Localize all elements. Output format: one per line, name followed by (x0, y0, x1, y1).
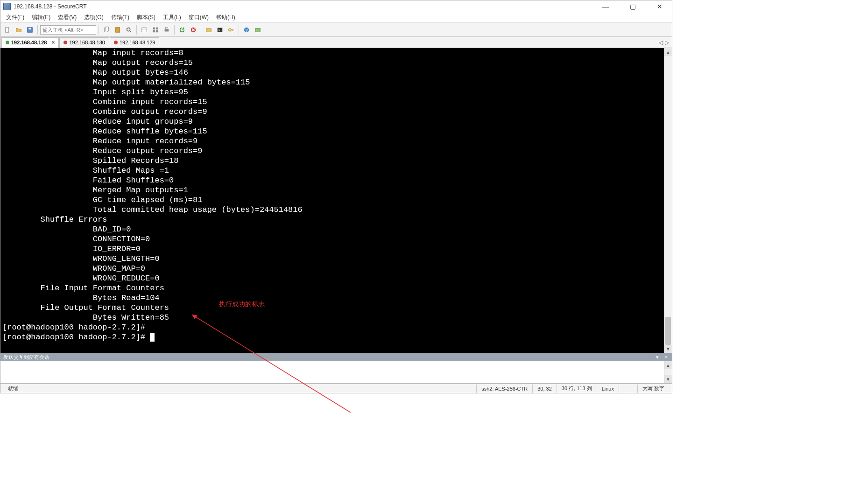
toolbar-open-icon[interactable] (14, 25, 24, 35)
svg-rect-15 (165, 27, 168, 29)
toolbar-copy-icon[interactable] (101, 25, 112, 35)
svg-rect-4 (105, 27, 108, 31)
window-close-button[interactable]: ✕ (650, 0, 669, 13)
terminal-area: Map input records=8 Map output records=1… (0, 48, 672, 353)
toolbar-sftp-icon[interactable] (204, 25, 214, 35)
tab-prev-icon[interactable]: ◁ (659, 39, 663, 46)
app-window: 192.168.48.128 - SecureCRT — ▢ ✕ 文件(F) 编… (0, 0, 672, 393)
toolbar-help-icon[interactable]: ? (241, 25, 252, 35)
status-cursor-pos: 30, 32 (533, 385, 557, 393)
window-maximize-button[interactable]: ▢ (623, 0, 642, 13)
svg-rect-27 (255, 28, 261, 32)
status-icon (114, 41, 118, 44)
menu-edit[interactable]: 编辑(E) (28, 13, 54, 22)
tab-label: 192.168.48.129 (120, 40, 155, 45)
scroll-down-icon[interactable]: ▼ (664, 345, 672, 353)
send-panel-pin-icon[interactable]: ▾ (654, 354, 661, 360)
scroll-up-icon[interactable]: ▲ (664, 48, 672, 56)
scroll-up-icon[interactable]: ▲ (664, 361, 672, 369)
window-minimize-button[interactable]: — (596, 0, 615, 13)
svg-rect-13 (156, 30, 158, 32)
svg-rect-14 (165, 29, 169, 31)
svg-point-6 (127, 28, 130, 31)
tab-close-icon[interactable]: × (51, 39, 55, 46)
tab-nav: ◁ ▷ (659, 39, 672, 46)
terminal[interactable]: Map input records=8 Map output records=1… (0, 48, 664, 353)
status-connection: ssh2: AES-256-CTR (477, 385, 533, 393)
toolbar-separator (37, 25, 38, 35)
tab-next-icon[interactable]: ▷ (665, 39, 669, 46)
status-icon (63, 41, 67, 44)
tab-label: 192.168.48.130 (69, 40, 105, 45)
svg-rect-8 (142, 28, 147, 32)
toolbar: >_ ? (0, 23, 672, 37)
tab-label: 192.168.48.128 (11, 40, 47, 45)
toolbar-key-icon[interactable] (226, 25, 236, 35)
toolbar-separator (201, 25, 201, 35)
session-tab-2[interactable]: 192.168.48.130 (59, 37, 109, 48)
toolbar-separator (136, 25, 137, 35)
status-ready: 就绪 (3, 385, 477, 393)
window-title: 192.168.48.128 - SecureCRT (14, 3, 596, 10)
svg-point-22 (229, 28, 231, 31)
svg-rect-2 (28, 28, 31, 29)
toolbar-paste-icon[interactable] (113, 25, 123, 35)
svg-text:?: ? (246, 28, 248, 32)
session-tab-1[interactable]: 192.168.48.128 × (1, 37, 59, 48)
menu-script[interactable]: 脚本(S) (133, 13, 159, 22)
menu-view[interactable]: 查看(V) (54, 13, 80, 22)
send-panel: ▲ ▼ (0, 361, 672, 384)
status-icon (6, 41, 9, 44)
scroll-thumb[interactable] (665, 317, 671, 345)
send-input[interactable] (0, 361, 664, 383)
svg-text:>_: >_ (219, 28, 222, 32)
host-input[interactable] (40, 25, 96, 35)
toolbar-properties-icon[interactable] (139, 25, 149, 35)
status-size: 30 行, 113 列 (557, 385, 597, 393)
svg-line-7 (130, 30, 132, 32)
scroll-down-icon[interactable]: ▼ (664, 375, 672, 383)
session-tabs: 192.168.48.128 × 192.168.48.130 192.168.… (0, 37, 672, 48)
svg-rect-0 (6, 27, 9, 32)
toolbar-screenshot-icon[interactable] (253, 25, 263, 35)
menubar: 文件(F) 编辑(E) 查看(V) 选项(O) 传输(T) 脚本(S) 工具(L… (0, 13, 672, 23)
svg-rect-5 (116, 27, 120, 32)
app-icon (3, 3, 11, 10)
menu-file[interactable]: 文件(F) (2, 13, 28, 22)
status-caps: 大写 数字 (638, 385, 669, 393)
titlebar: 192.168.48.128 - SecureCRT — ▢ ✕ (0, 0, 672, 13)
toolbar-find-icon[interactable] (124, 25, 134, 35)
toolbar-sessions-icon[interactable] (150, 25, 161, 35)
svg-rect-11 (156, 27, 158, 29)
send-panel-scrollbar[interactable]: ▲ ▼ (664, 361, 672, 383)
toolbar-cmd-icon[interactable]: >_ (215, 25, 225, 35)
status-term-type: Linux (597, 385, 619, 393)
toolbar-separator (239, 25, 239, 35)
toolbar-disconnect-icon[interactable] (188, 25, 198, 35)
svg-rect-19 (206, 28, 211, 32)
terminal-scrollbar[interactable]: ▲ ▼ (664, 48, 672, 353)
send-panel-close-icon[interactable]: × (663, 354, 669, 360)
scroll-track[interactable] (664, 56, 672, 345)
menu-tools[interactable]: 工具(L) (159, 13, 185, 22)
toolbar-reconnect-icon[interactable] (177, 25, 187, 35)
menu-help[interactable]: 帮助(H) (212, 13, 239, 22)
svg-point-28 (256, 29, 258, 30)
menu-window[interactable]: 窗口(W) (185, 13, 212, 22)
toolbar-print-icon[interactable] (162, 25, 172, 35)
svg-rect-12 (153, 30, 155, 32)
send-panel-header: 发送交互到所有会话 ▾ × (0, 353, 672, 361)
svg-rect-10 (153, 27, 155, 29)
session-tab-3[interactable]: 192.168.48.129 (110, 37, 159, 48)
menu-transfer[interactable]: 传输(T) (107, 13, 133, 22)
toolbar-new-icon[interactable] (2, 25, 13, 35)
toolbar-save-icon[interactable] (25, 25, 35, 35)
toolbar-separator (99, 25, 99, 35)
menu-options[interactable]: 选项(O) (80, 13, 107, 22)
toolbar-separator (174, 25, 175, 35)
send-panel-title: 发送交互到所有会话 (3, 354, 49, 361)
statusbar: 就绪 ssh2: AES-256-CTR 30, 32 30 行, 113 列 … (0, 384, 672, 393)
